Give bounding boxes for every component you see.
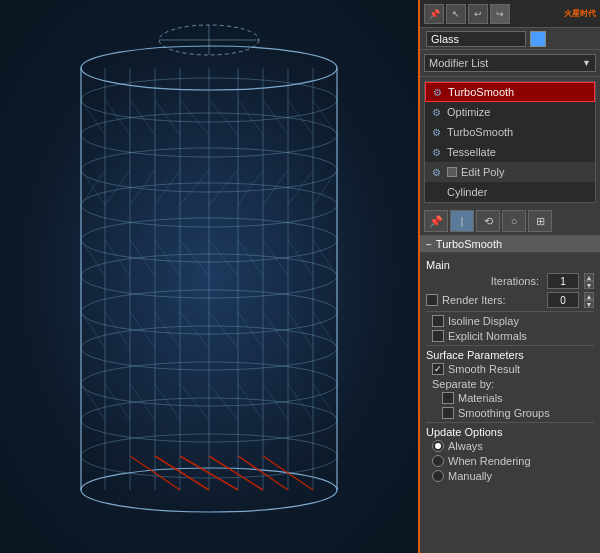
- sep3: [426, 422, 594, 423]
- svg-line-62: [238, 312, 263, 348]
- modifier-stack: ⚙ TurboSmooth ⚙ Optimize ⚙ TurboSmooth ⚙…: [424, 81, 596, 203]
- move-stack-button[interactable]: ⟲: [476, 210, 500, 232]
- svg-line-50: [180, 240, 209, 276]
- render-iters-down[interactable]: ▼: [584, 300, 594, 308]
- object-name-input[interactable]: [426, 31, 526, 47]
- iterations-label: Iterations:: [426, 275, 543, 287]
- explicit-normals-checkbox[interactable]: [432, 330, 444, 342]
- svg-line-51: [209, 240, 238, 276]
- svg-line-39: [155, 170, 180, 205]
- stack-item-label-cylinder: Cylinder: [447, 186, 487, 198]
- viewport[interactable]: [0, 0, 418, 553]
- isoline-label: Isoline Display: [448, 315, 519, 327]
- sep1: [426, 311, 594, 312]
- undo-icon[interactable]: ↩: [468, 4, 488, 24]
- config-stack-button[interactable]: ⊞: [528, 210, 552, 232]
- svg-line-41: [209, 170, 238, 205]
- render-iters-row: Render Iters: 0 ▲ ▼: [426, 292, 594, 308]
- smooth-result-checkbox[interactable]: ✓: [432, 363, 444, 375]
- svg-line-40: [180, 170, 209, 205]
- cursor-icon[interactable]: ↖: [446, 4, 466, 24]
- stack-item-label-optimize: Optimize: [447, 106, 490, 118]
- materials-checkbox[interactable]: [442, 392, 454, 404]
- gear-icon-2: ⚙: [429, 105, 443, 119]
- always-radio[interactable]: [432, 440, 444, 452]
- stack-item-label-tessellate: Tessellate: [447, 146, 496, 158]
- svg-line-33: [288, 100, 313, 135]
- stack-item-editpoly[interactable]: ⚙ Edit Poly: [425, 162, 595, 182]
- gear-icon-4: ⚙: [429, 145, 443, 159]
- gear-icon-3: ⚙: [429, 125, 443, 139]
- smooth-result-row: ✓ Smooth Result: [432, 363, 594, 375]
- svg-line-71: [209, 384, 238, 420]
- main-label: Main: [426, 259, 594, 271]
- explicit-normals-row: Explicit Normals: [432, 330, 594, 342]
- sep2: [426, 345, 594, 346]
- stack-item-turbosmooth1[interactable]: ⚙ TurboSmooth: [425, 82, 595, 102]
- surface-params-label: Surface Parameters: [426, 349, 594, 361]
- gear-icon-5: ⚙: [429, 165, 443, 179]
- svg-line-42: [238, 170, 263, 205]
- main-section: Main Iterations: 1 ▲ ▼ Render Iters: 0 ▲…: [420, 255, 600, 489]
- materials-label: Materials: [458, 392, 503, 404]
- when-rendering-radio[interactable]: [432, 455, 444, 467]
- render-iters-arrows: ▲ ▼: [584, 292, 594, 308]
- isoline-checkbox[interactable]: [432, 315, 444, 327]
- rollout-header[interactable]: − TurboSmooth: [420, 236, 600, 253]
- gear-icon-1: ⚙: [430, 85, 444, 99]
- svg-line-59: [155, 312, 180, 348]
- iterations-spinner-value[interactable]: 1: [547, 273, 579, 289]
- svg-line-72: [238, 384, 263, 420]
- stack-item-label-turbosmooth2: TurboSmooth: [447, 126, 513, 138]
- modifier-list-label: Modifier List: [429, 57, 488, 69]
- stack-item-tessellate[interactable]: ⚙ Tessellate: [425, 142, 595, 162]
- svg-line-26: [105, 100, 130, 135]
- pin-icon[interactable]: 📌: [424, 4, 444, 24]
- when-rendering-label: When Rendering: [448, 455, 531, 467]
- stack-item-optimize[interactable]: ⚙ Optimize: [425, 102, 595, 122]
- color-swatch[interactable]: [530, 31, 546, 47]
- object-name-bar: [420, 28, 600, 50]
- svg-line-77: [155, 456, 209, 490]
- stack-toolbar: 📌 | ⟲ ○ ⊞: [420, 207, 600, 236]
- svg-line-44: [288, 170, 313, 205]
- svg-line-57: [105, 312, 130, 348]
- when-rendering-row: When Rendering: [432, 455, 594, 467]
- cursor-stack-button[interactable]: |: [450, 210, 474, 232]
- manually-radio[interactable]: [432, 470, 444, 482]
- svg-line-30: [209, 100, 238, 135]
- svg-line-54: [288, 240, 313, 276]
- modifier-list-section: Modifier List ▼: [420, 50, 600, 77]
- stack-item-cylinder[interactable]: Cylinder: [425, 182, 595, 202]
- modifier-list-dropdown[interactable]: Modifier List ▼: [424, 54, 596, 72]
- iterations-down-arrow[interactable]: ▼: [584, 281, 594, 289]
- smooth-result-label: Smooth Result: [448, 363, 520, 375]
- svg-line-67: [105, 384, 130, 420]
- smoothing-groups-label: Smoothing Groups: [458, 407, 550, 419]
- cylinder-indent: [429, 185, 443, 199]
- svg-line-79: [209, 456, 263, 490]
- stack-item-turbosmooth2[interactable]: ⚙ TurboSmooth: [425, 122, 595, 142]
- always-row: Always: [432, 440, 594, 452]
- svg-line-37: [105, 170, 130, 205]
- svg-line-47: [105, 240, 130, 276]
- rotate-stack-button[interactable]: ○: [502, 210, 526, 232]
- pin-stack-button[interactable]: 📌: [424, 210, 448, 232]
- render-iters-up[interactable]: ▲: [584, 292, 594, 300]
- mesh-svg: [0, 0, 418, 553]
- svg-line-29: [180, 100, 209, 135]
- iterations-up-arrow[interactable]: ▲: [584, 273, 594, 281]
- update-options-label: Update Options: [426, 426, 594, 438]
- smoothing-groups-checkbox[interactable]: [442, 407, 454, 419]
- render-iters-checkbox[interactable]: [426, 294, 438, 306]
- render-iters-spinner[interactable]: 0: [547, 292, 579, 308]
- rollout-collapse-icon: −: [426, 239, 432, 250]
- redo-icon[interactable]: ↪: [490, 4, 510, 24]
- svg-line-28: [155, 100, 180, 135]
- top-toolbar: 📌 ↖ ↩ ↪ 火星时代: [420, 0, 600, 28]
- box-icon: [447, 167, 457, 177]
- dropdown-arrow-icon: ▼: [582, 58, 591, 68]
- stack-item-label-editpoly: Edit Poly: [461, 166, 504, 178]
- svg-line-70: [180, 384, 209, 420]
- svg-line-49: [155, 240, 180, 276]
